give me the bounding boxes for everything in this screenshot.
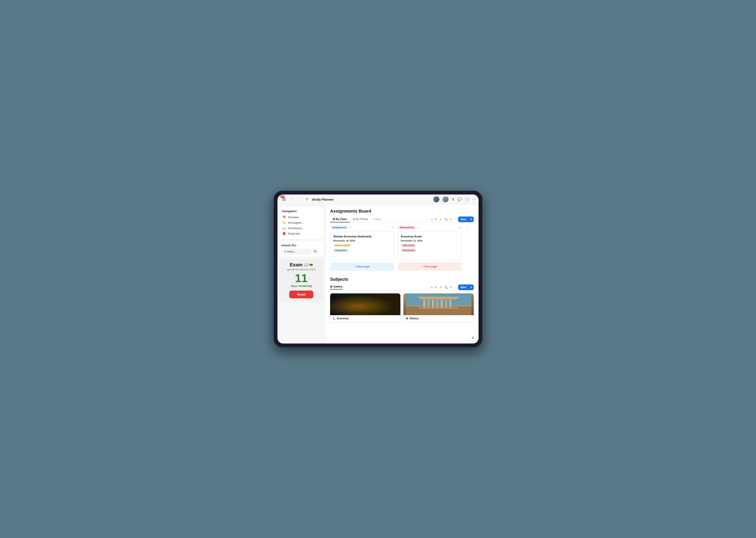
sidebar-item-label: All Assessm... — [288, 227, 317, 230]
tab-by-priority[interactable]: ⊞ By Priority — [350, 216, 371, 222]
sidebar-item-assignments[interactable]: ✏️ All Assignm... ··· — [281, 220, 321, 226]
assignment-column: Assignment 1 ··· + Review Economy flashc… — [330, 226, 394, 271]
filter-icon-2[interactable]: ≡ — [431, 286, 432, 289]
device-frame: 52 ‹ › ⏱ Study Planner 👤 🌐 ⬆ 💬 🕐 ··· — [273, 190, 483, 348]
svg-rect-2 — [350, 303, 351, 304]
more-icon[interactable]: ··· — [472, 197, 475, 201]
exam-icons: 💬 😎 — [304, 263, 313, 267]
forward-button[interactable]: › — [296, 196, 302, 202]
search-icon[interactable]: 🔍 — [444, 218, 448, 221]
sidebar-item-studyhub[interactable]: 📕 Study hub ··· — [281, 231, 321, 236]
svg-rect-12 — [423, 300, 425, 307]
svg-rect-13 — [428, 300, 430, 307]
chevron-down-icon[interactable]: ▾ — [469, 217, 474, 222]
refresh-icon[interactable]: ↻ — [449, 218, 452, 221]
refresh-icon-2[interactable]: ↻ — [449, 286, 452, 289]
list-item[interactable]: 🐛 Economy — [330, 294, 401, 322]
col-more-icon[interactable]: ··· — [389, 226, 391, 229]
history-icon[interactable]: 🕐 — [465, 197, 469, 201]
svg-rect-16 — [441, 300, 443, 307]
subjects-new-button[interactable]: New ▾ — [458, 285, 474, 290]
gallery-add-icon[interactable]: + — [343, 285, 345, 289]
history-card-label: 🏛 History — [403, 315, 474, 322]
reset-button[interactable]: Reset — [289, 291, 313, 298]
help-icon: ⚙ — [472, 336, 474, 340]
unlock-button[interactable]: ✦ Unlock ... — [281, 249, 311, 254]
top-bar: 52 ‹ › ⏱ Study Planner 👤 🌐 ⬆ 💬 🕐 ··· — [277, 194, 479, 204]
svg-rect-4 — [367, 306, 368, 307]
search-icon-2[interactable]: 🔍 — [444, 286, 448, 289]
tab-actions: ≡ ⇅ ⚡ 🔍 ↻ ··· New ▾ — [431, 217, 474, 222]
avatar[interactable]: 👤 — [433, 196, 439, 202]
filter-icon[interactable]: ≡ — [431, 218, 432, 221]
assignment-badge: Assignment — [330, 226, 348, 229]
sidebar-item-assessments[interactable]: 📖 All Assessm... ··· — [281, 226, 321, 231]
unlock-section: Unlock Pro ✦ Unlock ... ⚙ ··· — [279, 241, 323, 257]
assignments-board-title: Assignments Board — [330, 209, 474, 214]
chat-icon: 💬 — [304, 263, 308, 267]
top-actions: 👤 🌐 ⬆ 💬 🕐 ··· — [433, 196, 475, 202]
share-icon[interactable]: ⬆ — [451, 197, 454, 201]
economy-name: Economy — [337, 317, 349, 320]
new-page-button-assignment[interactable]: + New page — [330, 262, 394, 271]
nav-item-more-icon[interactable]: ··· — [318, 216, 320, 219]
gallery-icon: ⊞ — [330, 285, 332, 288]
type-tag: Assignment — [333, 249, 348, 252]
svg-rect-18 — [449, 300, 451, 307]
lightning-icon[interactable]: ⚡ — [439, 218, 443, 221]
history-image — [403, 294, 474, 315]
svg-rect-3 — [359, 305, 360, 306]
sidebar-item-label: Schedule — [288, 216, 317, 219]
svg-rect-8 — [363, 309, 364, 310]
assessment-icon: 📖 — [282, 227, 286, 230]
navigation-title: Navigation — [281, 210, 321, 213]
svg-rect-1 — [342, 304, 342, 305]
svg-marker-19 — [417, 297, 460, 299]
col-more-icon[interactable]: ··· — [456, 226, 458, 229]
assessment-col-count: 1 — [417, 226, 454, 229]
tab-more[interactable]: 1 more... — [371, 217, 385, 222]
sort-icon-2[interactable]: ⇅ — [434, 286, 437, 289]
subjects-chevron-down-icon[interactable]: ▾ — [469, 285, 474, 290]
add-column-icon[interactable]: + — [466, 226, 468, 229]
svg-rect-20 — [419, 307, 458, 309]
tab-by-class[interactable]: ⊞ By Class — [330, 216, 350, 222]
lightning-icon-2[interactable]: ⚡ — [439, 286, 443, 289]
sidebar-item-schedule[interactable]: 📅 Schedule ··· — [281, 215, 321, 220]
nav-item-more-icon[interactable]: ··· — [318, 233, 320, 235]
subjects-section: Subjects ⊞ Gallery + ≡ ⇅ ⚡ 🔍 — [330, 277, 474, 322]
card-type-tags: Assignment — [333, 249, 391, 252]
exam-label: days remaining — [281, 284, 321, 288]
gallery-tab[interactable]: ⊞ Gallery — [330, 285, 342, 290]
new-page-button-assessment[interactable]: + New page — [398, 262, 461, 271]
col-add-icon[interactable]: + — [392, 226, 394, 229]
unlock-more-icon[interactable]: ··· — [319, 250, 321, 253]
list-item[interactable]: 🏛 History — [403, 294, 474, 322]
svg-rect-15 — [437, 300, 438, 307]
priority-tag: Medium priority — [333, 244, 352, 247]
sort-icon[interactable]: ⇅ — [434, 218, 437, 221]
exam-widget: Exam 💬 😎 giovedi 21 novembre 2024 11 day… — [279, 259, 323, 301]
more-subjects-icon[interactable]: ··· — [454, 286, 456, 289]
card-checkbox[interactable] — [401, 254, 404, 257]
table-icon-2: ⊞ — [353, 218, 355, 221]
nav-item-more-icon[interactable]: ··· — [318, 222, 320, 224]
unlock-gear-icon[interactable]: ⚙ — [313, 249, 318, 254]
menu-button[interactable]: 52 — [281, 196, 287, 202]
assessment-badge: Assessment — [398, 226, 416, 229]
more-tab-icon[interactable]: ··· — [454, 218, 456, 221]
assessment-col-header: Assessment 1 ··· + — [398, 226, 461, 229]
card-title: Review Economy flashcards — [333, 235, 391, 238]
comment-icon[interactable]: 💬 — [457, 197, 462, 201]
back-button[interactable]: ‹ — [289, 196, 295, 202]
help-button[interactable]: ⚙ — [469, 334, 476, 341]
exam-date: giovedi 21 novembre 2024 — [281, 268, 321, 271]
tab-bar: ⊞ By Class ⊞ By Priority 1 more... ≡ ⇅ — [330, 216, 474, 222]
card-checkbox[interactable] — [333, 254, 336, 257]
svg-rect-14 — [432, 300, 434, 307]
new-button[interactable]: New ▾ — [458, 217, 474, 222]
avatar-2[interactable]: 🌐 — [443, 196, 449, 202]
col-add-icon[interactable]: + — [460, 226, 461, 229]
studyhub-icon: 📕 — [282, 232, 286, 235]
nav-item-more-icon[interactable]: ··· — [318, 227, 320, 230]
